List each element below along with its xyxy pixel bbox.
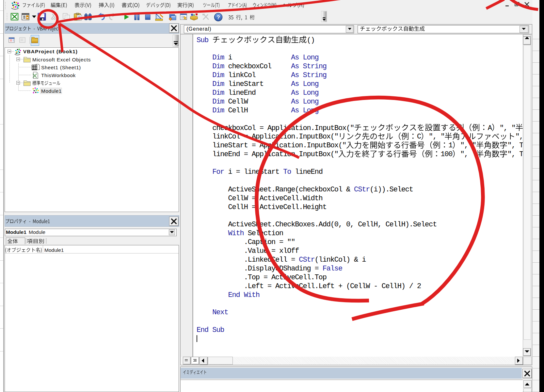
- svg-text:?: ?: [216, 14, 220, 21]
